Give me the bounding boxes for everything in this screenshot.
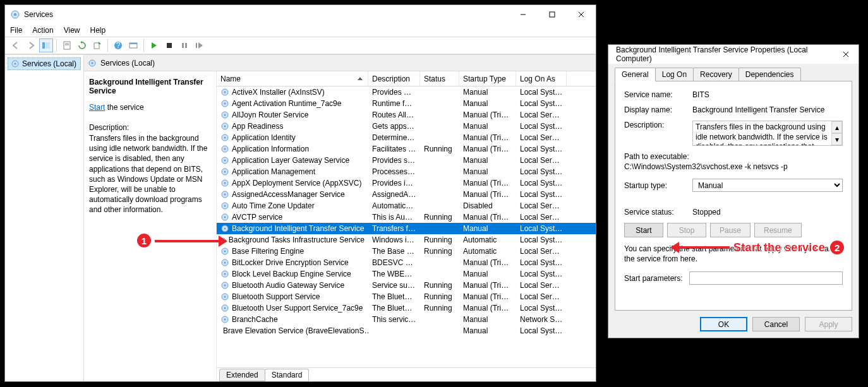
service-control-buttons: Start Stop Pause Resume (624, 223, 843, 237)
forward-button[interactable] (24, 39, 38, 52)
start-link[interactable]: Start (89, 103, 105, 112)
tree-services-local[interactable]: Services (Local) (8, 57, 81, 70)
menu-help[interactable]: Help (90, 26, 106, 35)
svg-point-37 (224, 160, 226, 162)
gear-icon (220, 270, 229, 278)
tab-extended[interactable]: Extended (219, 369, 265, 381)
refresh-icon[interactable] (75, 39, 89, 52)
help-icon[interactable]: ? (111, 39, 125, 52)
svg-rect-15 (130, 43, 137, 44)
menu-action[interactable]: Action (32, 26, 53, 35)
general-page: Service name:BITS Display name:Backgroun… (615, 81, 852, 311)
svg-point-53 (224, 251, 226, 253)
table-row[interactable]: Bluetooth User Support Service_7ac9eThe … (217, 302, 596, 314)
menu-view[interactable]: View (64, 26, 80, 35)
gear-icon (220, 110, 229, 119)
svg-rect-18 (185, 43, 187, 48)
table-row[interactable]: AssignedAccessManager ServiceAssignedAc…… (217, 189, 596, 200)
cancel-button[interactable]: Cancel (752, 317, 800, 331)
export-icon[interactable] (90, 39, 104, 52)
table-row[interactable]: AllJoyn Router ServiceRoutes AllJo…Manua… (217, 109, 596, 121)
dialog-titlebar[interactable]: Background Intelligent Transfer Service … (608, 45, 859, 64)
maximize-button[interactable] (538, 5, 567, 24)
start-params-label: Start parameters: (624, 274, 683, 283)
table-row[interactable]: Background Intelligent Transfer ServiceT… (217, 223, 596, 234)
tree-label: Services (Local) (22, 59, 76, 68)
table-row[interactable]: Application ManagementProcesses in…Manua… (217, 166, 596, 177)
svg-rect-8 (64, 42, 70, 49)
tab-general[interactable]: General (615, 68, 656, 81)
description-value[interactable]: Transfers files in the background using … (693, 121, 831, 145)
col-description[interactable]: Description (368, 71, 420, 86)
service-name-value[interactable]: BITS (692, 90, 709, 99)
tab-logon[interactable]: Log On (655, 68, 694, 81)
properties-icon[interactable] (60, 39, 74, 52)
svg-point-27 (224, 103, 226, 105)
ok-button[interactable]: OK (700, 317, 747, 331)
table-row[interactable]: Bluetooth Support ServiceThe Bluetoo…Run… (217, 291, 596, 302)
dialog-tabs: General Log On Recovery Dependencies (615, 68, 852, 81)
toolbar-icon[interactable] (126, 39, 140, 52)
table-row[interactable]: Auto Time Zone UpdaterAutomatica…Disable… (217, 200, 596, 211)
svg-rect-11 (94, 43, 99, 49)
table-row[interactable]: BranchCacheThis service …ManualNetwork S… (217, 314, 596, 325)
back-button[interactable] (9, 39, 23, 52)
titlebar[interactable]: Services (5, 5, 596, 24)
close-button[interactable] (567, 5, 596, 24)
service-name-label: Service name: (624, 90, 692, 99)
gear-icon (220, 247, 229, 256)
table-row[interactable]: Application Layer Gateway ServiceProvide… (217, 155, 596, 166)
table-row[interactable]: Agent Activation Runtime_7ac9eRuntime fo… (217, 98, 596, 109)
start-params-input[interactable] (689, 271, 843, 285)
table-row[interactable]: Base Filtering EngineThe Base Fil…Runnin… (217, 246, 596, 257)
col-startup[interactable]: Startup Type (459, 71, 516, 86)
pause-service-icon[interactable] (178, 39, 191, 52)
grid-header: Name Description Status Startup Type Log… (217, 71, 596, 86)
start-button[interactable]: Start (624, 223, 663, 237)
description-label: Description: (89, 123, 210, 132)
gear-icon (88, 59, 97, 68)
restart-service-icon[interactable] (193, 39, 207, 52)
svg-rect-6 (42, 42, 45, 49)
col-logon[interactable]: Log On As (516, 71, 567, 86)
gear-icon (220, 190, 229, 199)
svg-point-23 (92, 62, 93, 64)
stop-service-icon[interactable] (162, 39, 176, 52)
start-service-icon[interactable] (147, 39, 161, 52)
description-label: Description: (624, 121, 692, 129)
svg-point-63 (224, 307, 226, 309)
gear-icon (220, 145, 229, 153)
description-scrollbar[interactable]: ▴▾ (831, 121, 842, 145)
table-row[interactable]: BitLocker Drive Encryption ServiceBDESVC… (217, 257, 596, 268)
tab-recovery[interactable]: Recovery (693, 68, 739, 81)
tab-standard[interactable]: Standard (265, 369, 310, 381)
table-row[interactable]: Bluetooth Audio Gateway ServiceService s… (217, 280, 596, 291)
table-row[interactable]: AppX Deployment Service (AppXSVC)Provide… (217, 177, 596, 189)
svg-point-59 (224, 285, 226, 287)
table-row[interactable]: App ReadinessGets apps re…ManualLocal Sy… (217, 121, 596, 132)
table-row[interactable]: Brave Elevation Service (BraveElevationS… (217, 325, 596, 336)
table-row[interactable]: Background Tasks Infrastructure ServiceW… (217, 234, 596, 246)
view-tabs: Extended Standard (217, 367, 596, 381)
show-hide-tree-button[interactable] (39, 39, 53, 52)
svg-point-49 (224, 228, 226, 230)
grid-body[interactable]: ActiveX Installer (AxInstSV)Provides Us…… (217, 86, 596, 367)
minimize-button[interactable] (509, 5, 538, 24)
col-status[interactable]: Status (420, 71, 459, 86)
col-name[interactable]: Name (217, 71, 368, 86)
table-row[interactable]: Application InformationFacilitates t…Run… (217, 143, 596, 155)
svg-point-35 (224, 148, 226, 150)
path-value: C:\Windows\System32\svchost.exe -k netsv… (624, 162, 843, 171)
table-row[interactable]: AVCTP serviceThis is Audi…RunningManual … (217, 211, 596, 223)
table-row[interactable]: Application IdentityDetermines …Manual (… (217, 132, 596, 143)
dialog-close-button[interactable] (833, 51, 859, 57)
services-icon (10, 9, 20, 20)
startup-type-select[interactable]: Manual (692, 179, 843, 192)
tab-dependencies[interactable]: Dependencies (738, 68, 801, 81)
svg-point-51 (222, 239, 224, 241)
table-row[interactable]: ActiveX Installer (AxInstSV)Provides Us…… (217, 86, 596, 98)
menu-file[interactable]: File (10, 26, 22, 35)
apply-button: Apply (805, 317, 852, 331)
menubar: File Action View Help (5, 24, 596, 37)
table-row[interactable]: Block Level Backup Engine ServiceThe WBE… (217, 268, 596, 280)
